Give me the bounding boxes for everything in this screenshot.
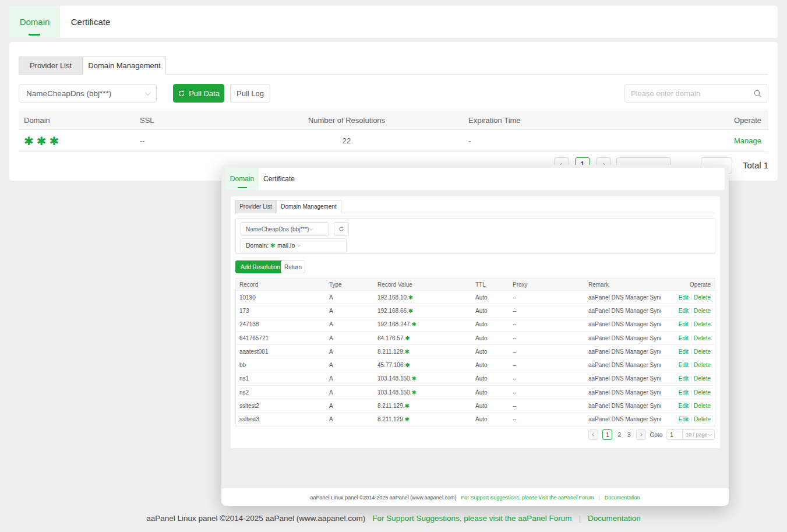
type-cell: A — [329, 389, 377, 396]
remark-cell: aaPanel DNS Manager Sync — [588, 335, 661, 341]
record-value-cell: 64.176.57.✱ — [377, 335, 475, 341]
modal-provider-select[interactable]: NameCheapDns (bbj***) — [241, 222, 329, 236]
masked-value-icon: ✱ — [405, 348, 410, 355]
masked-value-icon: ✱ — [405, 416, 410, 422]
pull-data-button[interactable]: Pull Data — [173, 84, 224, 103]
delete-link[interactable]: Delete — [694, 308, 711, 314]
edit-link[interactable]: Edit — [679, 321, 689, 327]
edit-link[interactable]: Edit — [679, 294, 689, 301]
footer-docs-link[interactable]: Documentation — [588, 514, 641, 523]
record-cell: ssltest3 — [236, 416, 329, 422]
type-cell: A — [329, 308, 377, 314]
col-record-value: Record Value — [377, 281, 475, 288]
modal-tab-certificate[interactable]: Certificate — [259, 168, 299, 190]
masked-domain-icon: ✱ — [270, 242, 276, 249]
modal-page-3-button[interactable]: 3 — [626, 432, 632, 438]
proxy-cell: -- — [513, 416, 588, 422]
footer-copyright: aaPanel Linux panel ©2014-2025 aaPanel (… — [146, 514, 365, 523]
record-cell: bb — [236, 362, 329, 368]
add-resolution-label: Add Resolution — [241, 264, 280, 270]
type-cell: A — [329, 321, 377, 327]
modal-prev-page-button[interactable] — [588, 429, 598, 440]
sub-tab-row: Provider List Domain Management — [19, 57, 768, 75]
delete-link[interactable]: Delete — [694, 416, 711, 422]
modal-footer-forum-link[interactable]: For Support Suggestions, please visit th… — [461, 495, 594, 501]
provider-select[interactable]: NameCheapDns (bbj***) — [19, 84, 157, 103]
record-value-cell: 192.168.10.✱ — [377, 294, 475, 301]
modal-tab-provider-list[interactable]: Provider List — [235, 200, 276, 213]
link-divider — [691, 336, 691, 341]
link-divider — [691, 417, 691, 422]
record-cell: 247138 — [236, 321, 329, 327]
tab-domain-management[interactable]: Domain Management — [83, 57, 166, 75]
delete-link[interactable]: Delete — [694, 362, 711, 368]
tab-provider-list[interactable]: Provider List — [19, 57, 83, 75]
link-divider — [691, 308, 691, 313]
tab-certificate[interactable]: Certificate — [60, 6, 121, 38]
link-divider — [691, 403, 691, 408]
link-divider — [691, 322, 691, 327]
modal-active-tab-underline — [238, 187, 247, 188]
remark-cell: aaPanel DNS Manager Sync — [588, 348, 661, 355]
modal-per-page-select[interactable]: 10 / page — [682, 429, 715, 440]
add-resolution-button[interactable]: Add Resolution — [235, 260, 285, 273]
return-button[interactable]: Return — [281, 260, 305, 273]
refresh-icon — [338, 226, 344, 232]
edit-link[interactable]: Edit — [679, 416, 689, 422]
modal-tab-domain[interactable]: Domain — [225, 168, 259, 190]
delete-link[interactable]: Delete — [694, 294, 711, 301]
type-cell: A — [329, 375, 377, 382]
delete-link[interactable]: Delete — [694, 335, 711, 341]
modal-page-2-button[interactable]: 2 — [616, 432, 622, 438]
remark-cell: aaPanel DNS Manager Sync — [588, 375, 661, 382]
domain-search-input[interactable] — [631, 89, 753, 98]
modal-tab-domain-management[interactable]: Domain Management — [276, 200, 341, 213]
search-icon[interactable] — [753, 89, 762, 98]
modal-next-page-button[interactable] — [636, 429, 646, 440]
modal-refresh-button[interactable] — [334, 222, 349, 236]
proxy-cell: -- — [513, 308, 588, 314]
manage-link[interactable]: Manage — [734, 136, 761, 145]
record-cell: 10190 — [236, 294, 329, 301]
type-cell: A — [329, 416, 377, 422]
modal-domain-select-label: Domain: — [246, 242, 269, 249]
edit-link[interactable]: Edit — [679, 389, 689, 396]
proxy-cell: -- — [513, 389, 588, 396]
ssl-value: -- — [140, 136, 262, 145]
delete-link[interactable]: Delete — [694, 321, 711, 327]
refresh-icon — [178, 90, 185, 97]
modal-footer: aaPanel Linux panel ©2014-2025 aaPanel (… — [221, 488, 729, 506]
edit-link[interactable]: Edit — [679, 375, 689, 382]
remark-cell: aaPanel DNS Manager Sync — [588, 416, 661, 422]
remark-cell: aaPanel DNS Manager Sync — [588, 321, 661, 327]
delete-link[interactable]: Delete — [694, 403, 711, 409]
footer-forum-link[interactable]: For Support Suggestions, please visit th… — [372, 514, 571, 523]
edit-link[interactable]: Edit — [679, 348, 689, 355]
pull-log-button[interactable]: Pull Log — [230, 84, 270, 103]
modal-domain-select[interactable]: Domain: ✱ mail.io — [241, 238, 347, 252]
delete-link[interactable]: Delete — [694, 389, 711, 396]
type-cell: A — [329, 348, 377, 355]
edit-link[interactable]: Edit — [679, 308, 689, 314]
delete-link[interactable]: Delete — [694, 375, 711, 382]
edit-link[interactable]: Edit — [679, 403, 689, 409]
col-type: Type — [329, 281, 377, 288]
edit-link[interactable]: Edit — [679, 362, 689, 368]
record-table-row: aaatest001 A 8.211.129.✱ Auto -- aaPanel… — [236, 345, 715, 358]
modal-footer-docs-link[interactable]: Documentation — [605, 495, 640, 501]
delete-link[interactable]: Delete — [694, 348, 711, 355]
edit-link[interactable]: Edit — [679, 335, 689, 341]
proxy-cell: -- — [513, 375, 588, 382]
footer-divider: | — [579, 514, 581, 523]
proxy-cell: -- — [513, 335, 588, 341]
modal-page-1-button[interactable]: 1 — [602, 429, 612, 440]
chevron-down-icon — [145, 90, 151, 96]
type-cell: A — [329, 294, 377, 301]
record-value-cell: 8.211.129.✱ — [377, 403, 475, 409]
record-table-row: 247138 A 192.168.247.✱ Auto -- aaPanel D… — [236, 318, 715, 332]
link-divider — [691, 349, 691, 354]
type-cell: A — [329, 362, 377, 368]
tab-domain[interactable]: Domain — [9, 6, 60, 38]
resolutions-value: 22 — [262, 136, 431, 145]
chevron-left-icon — [592, 433, 595, 436]
